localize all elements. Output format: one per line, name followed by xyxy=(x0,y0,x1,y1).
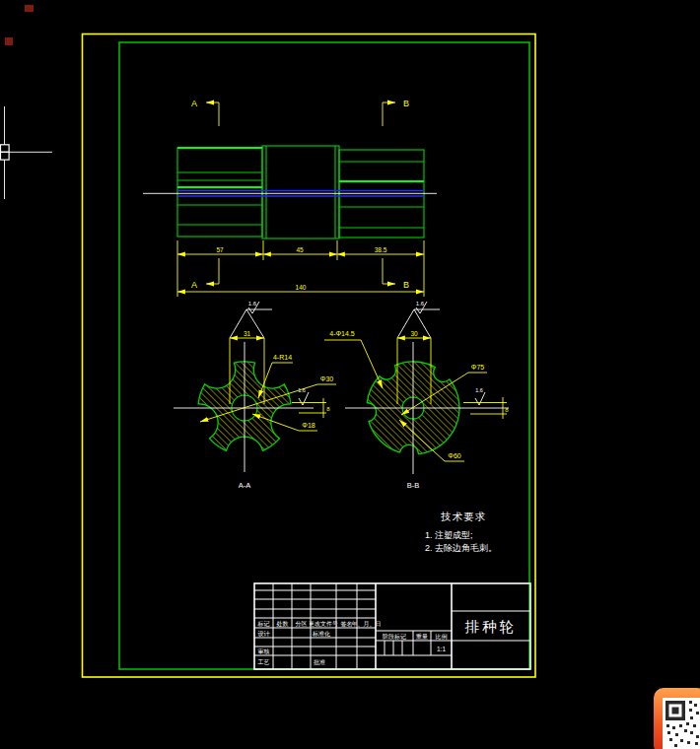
col-zone: 分区 xyxy=(296,620,308,627)
roughness-value: 1.6 xyxy=(475,387,483,393)
roughness-value: 1.6 xyxy=(298,387,306,393)
paper-border-outer xyxy=(83,34,536,678)
view-label-bb: B-B xyxy=(407,481,420,490)
gear-a-notch-label: 4-R14 xyxy=(273,354,292,361)
section-label-b: B xyxy=(403,280,409,290)
roughness-value: 1.6 xyxy=(416,301,425,306)
tech-req-item-2: 2. 去除边角毛刺。 xyxy=(425,543,497,553)
gear-a-circle-label: Φ30 xyxy=(320,375,333,382)
cad-viewport[interactable]: A B A B 57 45 38.5 140 1.6 xyxy=(0,0,700,749)
tech-req-item-1: 1. 注塑成型; xyxy=(425,530,473,540)
gear-a-side-dim: 8 xyxy=(326,406,330,412)
drawing-frame-inner xyxy=(119,42,529,669)
part-name: 排种轮 xyxy=(464,619,518,635)
gear-section-aa: 1.6 31 4-R14 Φ30 Φ18 1.6 8 A-A xyxy=(174,301,336,490)
roughness-value: 1.6 xyxy=(248,301,257,306)
gear-b-holes-label: 4-Φ14.5 xyxy=(329,330,355,337)
artifact-red-mark-1 xyxy=(25,5,34,12)
row-standardization: 标准化 xyxy=(312,631,330,638)
tech-requirements: 技术要求 1. 注塑成型; 2. 去除边角毛刺。 xyxy=(425,511,497,553)
title-block-text: 标记 处数 分区 更改文件号 签名 年、月、日 设计 标准化 审核 工艺 批准 … xyxy=(257,619,518,666)
shaft-dimensions: 57 45 38.5 140 xyxy=(177,240,424,297)
weight-label: 重量 xyxy=(415,633,428,640)
section-marker-a-bottom: A xyxy=(191,258,219,290)
dim-right: 38.5 xyxy=(375,246,387,253)
col-change-file: 更改文件号 xyxy=(309,620,338,627)
stage-mark-label: 阶段标记 xyxy=(383,633,406,641)
qr-code-badge[interactable] xyxy=(654,688,700,749)
dim-total: 140 xyxy=(296,284,307,291)
crosshair-cursor xyxy=(0,106,52,199)
pickbox xyxy=(1,152,10,160)
gear-a-width-dim: 31 xyxy=(244,330,251,337)
tech-req-title: 技术要求 xyxy=(441,511,486,522)
view-label-aa: A-A xyxy=(239,481,251,490)
col-date: 年、月、日 xyxy=(352,621,382,628)
section-label-a: A xyxy=(191,280,197,290)
dim-left: 57 xyxy=(216,246,224,253)
gear-b-hub-dia-label: Φ60 xyxy=(448,452,460,459)
row-design: 设计 xyxy=(258,630,270,637)
dim-mid: 45 xyxy=(296,246,304,253)
shaft-front-view xyxy=(143,146,437,238)
col-mark: 标记 xyxy=(257,620,270,628)
scale-value: 1:1 xyxy=(437,646,446,652)
section-marker-b-bottom: B xyxy=(383,258,409,290)
section-marker-b-top: B xyxy=(383,99,409,126)
section-label-b: B xyxy=(403,99,409,108)
section-marker-a-top: A xyxy=(191,99,219,126)
pickbox xyxy=(1,145,10,153)
row-audit: 审核 xyxy=(258,647,270,654)
gear-a-bore-label: Φ18 xyxy=(302,422,315,429)
artifact-red-mark-2 xyxy=(5,37,13,45)
gear-b-outer-dia-label: Φ75 xyxy=(471,364,484,371)
row-approve: 批准 xyxy=(314,659,325,666)
section-label-a: A xyxy=(191,99,197,108)
gear-section-bb: 1.6 30 4-Φ14.5 Φ75 Φ60 1.6 8 B-B xyxy=(324,301,509,490)
col-count: 处数 xyxy=(276,620,289,628)
gear-b-width-dim: 30 xyxy=(410,330,418,337)
row-process: 工艺 xyxy=(258,658,270,665)
qr-finder-pattern xyxy=(665,701,685,720)
scale-label: 比例 xyxy=(436,634,448,641)
